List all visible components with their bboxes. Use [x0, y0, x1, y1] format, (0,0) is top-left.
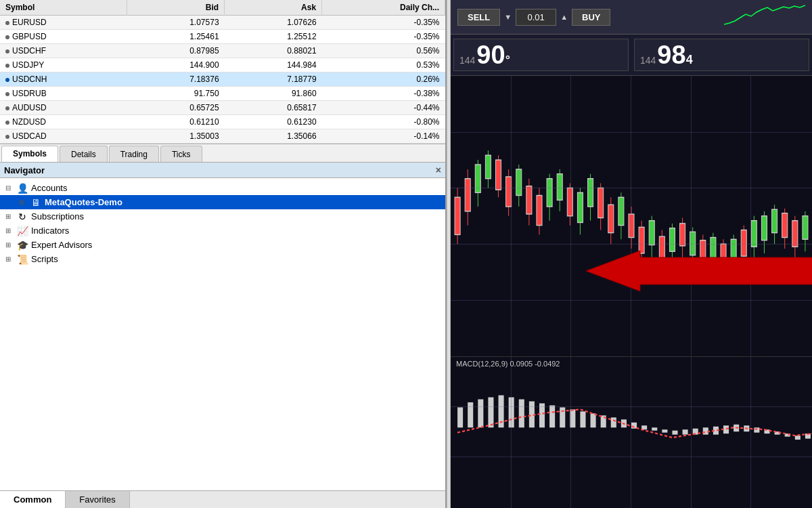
col-bid: Bid [127, 0, 225, 16]
tree-label-expert-advisors: Expert Advisors [31, 240, 92, 250]
tab-ticks[interactable]: Ticks [160, 146, 202, 162]
cell-bid: 0.87985 [127, 44, 225, 58]
buy-button[interactable]: BUY [572, 9, 610, 26]
cell-change: -0.14% [322, 129, 445, 144]
col-symbol: Symbol [0, 0, 127, 16]
nav-item-expert-advisors[interactable]: ⊞ 🎓 Expert Advisors [0, 238, 445, 252]
buy-price-prefix: 144 [640, 55, 656, 66]
table-row[interactable]: NZDUSD 0.61210 0.61230 -0.80% [0, 115, 445, 129]
tab-symbols[interactable]: Symbols [1, 146, 58, 162]
tree-icon-scripts: 📜 [16, 255, 28, 264]
nav-item-subscriptions[interactable]: ⊞ ↻ Subscriptions [0, 209, 445, 224]
cell-ask: 0.65817 [225, 101, 322, 115]
tree-icon-metaquotes-demo: 🖥 [30, 198, 42, 207]
sell-price-main: 90 [476, 42, 505, 68]
price-display: 144 90 ° 144 98 4 [451, 35, 812, 76]
tree-label-subscriptions: Subscriptions [31, 211, 84, 221]
cell-symbol: USDCAD [0, 129, 127, 144]
cell-bid: 0.65725 [127, 101, 225, 115]
nav-item-indicators[interactable]: ⊞ 📈 Indicators [0, 224, 445, 238]
cell-symbol: EURUSD [0, 16, 127, 30]
navigator-title: Navigator [4, 165, 45, 175]
cell-symbol: USDRUB [0, 87, 127, 101]
lot-up-arrow[interactable]: ▲ [560, 13, 568, 21]
market-watch-table: Symbol Bid Ask Daily Ch... EURUSD 1.0757… [0, 0, 445, 144]
table-row[interactable]: USDJPY 144.900 144.984 0.53% [0, 58, 445, 72]
tree-label-indicators: Indicators [31, 226, 69, 236]
market-watch-tabs: Symbols Details Trading Ticks [0, 144, 445, 163]
navigator-bottom-tabs: Common Favorites [0, 490, 445, 508]
tree-expand-scripts[interactable]: ⊞ [5, 255, 15, 263]
cell-symbol: USDJPY [0, 58, 127, 72]
cell-change: 0.26% [322, 72, 445, 87]
sell-price-sup: ° [505, 54, 510, 66]
cell-symbol: USDCNH [0, 72, 127, 87]
mini-chart [724, 4, 805, 30]
cell-change: -0.35% [322, 16, 445, 30]
tree-expand-subscriptions[interactable]: ⊞ [5, 213, 15, 220]
table-row[interactable]: GBPUSD 1.25461 1.25512 -0.35% [0, 30, 445, 44]
tree-expand-expert-advisors[interactable]: ⊞ [5, 241, 15, 249]
chart-grid-macd [451, 357, 812, 508]
tab-details[interactable]: Details [60, 146, 108, 162]
cell-symbol: NZDUSD [0, 115, 127, 129]
tree-icon-subscriptions: ↻ [16, 212, 28, 221]
cell-symbol: GBPUSD [0, 30, 127, 44]
table-row[interactable]: USDCHF 0.87985 0.88021 0.56% [0, 44, 445, 58]
table-row[interactable]: USDCAD 1.35003 1.35066 -0.14% [0, 129, 445, 144]
nav-tab-common[interactable]: Common [0, 491, 66, 508]
macd-label: MACD(12,26,9) 0.0905 -0.0492 [456, 360, 560, 368]
tree-icon-indicators: 📈 [16, 226, 28, 236]
cell-change: 0.53% [322, 58, 445, 72]
tree-expand-indicators[interactable]: ⊞ [5, 227, 15, 234]
cell-symbol: AUDUSD [0, 101, 127, 115]
table-row[interactable]: USDCNH 7.18376 7.18779 0.26% [0, 72, 445, 87]
chart-grid-main [451, 76, 812, 356]
nav-item-metaquotes-demo[interactable]: ⊞ 🖥 MetaQuotes-Demo [0, 195, 445, 209]
nav-tab-favorites[interactable]: Favorites [66, 491, 129, 508]
navigator-tree: ⊟ 👤 Accounts ⊞ 🖥 MetaQuotes-Demo ⊞ ↻ Sub… [0, 178, 445, 490]
nav-item-accounts[interactable]: ⊟ 👤 Accounts [0, 181, 445, 195]
cell-ask: 1.07626 [225, 16, 322, 30]
chart-area: MACD(12,26,9) 0.0905 -0.0492 [451, 76, 812, 508]
cell-bid: 0.61210 [127, 115, 225, 129]
cell-change: 0.56% [322, 44, 445, 58]
sell-button[interactable]: SELL [457, 9, 500, 26]
sell-price-prefix: 144 [459, 55, 475, 66]
lot-input[interactable] [516, 9, 556, 26]
table-row[interactable]: AUDUSD 0.65725 0.65817 -0.44% [0, 101, 445, 115]
cell-change: -0.38% [322, 87, 445, 101]
chart-main [451, 76, 812, 357]
navigator-panel: Navigator × ⊟ 👤 Accounts ⊞ 🖥 MetaQuotes-… [0, 163, 445, 508]
cell-ask: 1.25512 [225, 30, 322, 44]
navigator-header: Navigator × [0, 163, 445, 178]
table-row[interactable]: EURUSD 1.07573 1.07626 -0.35% [0, 16, 445, 30]
table-row[interactable]: USDRUB 91.750 91.860 -0.38% [0, 87, 445, 101]
cell-ask: 7.18779 [225, 72, 322, 87]
tree-icon-expert-advisors: 🎓 [16, 240, 28, 250]
chart-macd: MACD(12,26,9) 0.0905 -0.0492 [451, 357, 812, 508]
right-panel: SELL ▼ ▲ BUY 144 90 ° 144 98 4 [451, 0, 812, 508]
left-panel: Symbol Bid Ask Daily Ch... EURUSD 1.0757… [0, 0, 447, 508]
cell-ask: 0.88021 [225, 44, 322, 58]
tree-expand-accounts[interactable]: ⊟ [5, 184, 15, 192]
cell-bid: 91.750 [127, 87, 225, 101]
cell-ask: 1.35066 [225, 129, 322, 144]
cell-bid: 7.18376 [127, 72, 225, 87]
cell-bid: 1.35003 [127, 129, 225, 144]
navigator-close-button[interactable]: × [436, 165, 441, 175]
cell-change: -0.35% [322, 30, 445, 44]
trading-bar: SELL ▼ ▲ BUY [451, 0, 812, 35]
tree-expand-metaquotes-demo[interactable]: ⊞ [19, 198, 28, 206]
tab-trading[interactable]: Trading [109, 146, 159, 162]
col-ask: Ask [225, 0, 322, 16]
cell-change: -0.80% [322, 115, 445, 129]
buy-price-box: 144 98 4 [634, 39, 809, 71]
nav-item-scripts[interactable]: ⊞ 📜 Scripts [0, 252, 445, 266]
tree-label-accounts: Accounts [31, 183, 67, 193]
tree-icon-accounts: 👤 [16, 184, 28, 193]
col-change: Daily Ch... [322, 0, 445, 16]
sell-price-box: 144 90 ° [453, 39, 629, 71]
sell-dropdown-arrow[interactable]: ▼ [504, 13, 512, 21]
tree-label-scripts: Scripts [31, 254, 58, 264]
